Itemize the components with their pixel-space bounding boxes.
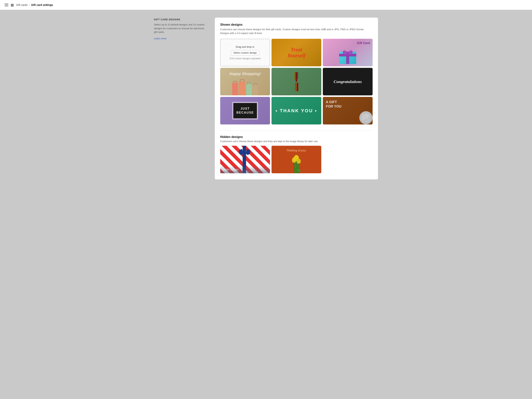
shown-designs-section: Shown designs Customers can choose these… (220, 23, 373, 124)
just-because-board: JUST BECAUSE (232, 102, 258, 120)
breadcrumb-parent-link[interactable]: Gift cards (16, 3, 28, 6)
shown-designs-description: Customers can choose these designs for t… (220, 28, 373, 35)
section-divider (220, 131, 373, 131)
just-because-text: JUST BECAUSE (236, 107, 254, 115)
main-content: Shown designs Customers can choose these… (215, 18, 378, 180)
design-card-happy-shopping[interactable]: Happy Shopping! (220, 68, 270, 95)
breadcrumb: Gift cards > Gift card settings (16, 3, 53, 6)
hidden-designs-description: Customers can't choose these designs and… (220, 140, 373, 143)
sidebar-section-title: GIFT CARD DESIGNS (154, 18, 207, 21)
design-card-congratulations[interactable]: Congratulations (323, 68, 373, 95)
breadcrumb-current: Gift card settings (31, 3, 53, 6)
thinking-of-you-text: Thinking of you. (286, 149, 306, 152)
hidden-designs-grid: Carte-cadeau Thinking of you. (220, 146, 373, 173)
select-custom-design-button[interactable]: Select custom design (231, 50, 259, 55)
design-card-gift-card[interactable]: Gift Card (323, 39, 373, 66)
drag-drop-text: Drag and drop or (236, 45, 254, 48)
sidebar: GIFT CARD DESIGNS Select up to 10 defaul… (154, 18, 207, 180)
design-card-carte-cadeau[interactable]: Carte-cadeau (220, 146, 270, 173)
treat-yourself-text: Treat Yourself (287, 47, 305, 58)
design-card-a-gift-for-you[interactable]: A GIFT FOR YOU (323, 97, 373, 124)
custom-design-count: 0/10 custom designs uploaded (230, 57, 261, 60)
design-card-thank-you[interactable]: • THANK YOU • (272, 97, 321, 124)
design-card-just-because[interactable]: JUST BECAUSE (220, 97, 270, 124)
happy-shopping-text: Happy Shopping! (220, 72, 270, 76)
shown-designs-title: Shown designs (220, 23, 373, 26)
learn-more-link[interactable]: Learn more (154, 37, 166, 40)
page-layout: GIFT CARD DESIGNS Select up to 10 defaul… (142, 10, 390, 187)
upload-card[interactable]: Drag and drop or Select custom design 0/… (220, 39, 270, 66)
gift-card-label: Gift Card (357, 41, 370, 45)
sidebar-description: Select up to 10 default designs and 10 c… (154, 23, 207, 34)
designs-grid: Drag and drop or Select custom design 0/… (220, 39, 373, 124)
design-card-presents[interactable] (272, 68, 321, 95)
topbar: ▦ Gift cards > Gift card settings (0, 0, 532, 10)
design-card-thinking-of-you[interactable]: Thinking of you. (272, 146, 321, 173)
design-card-treat-yourself[interactable]: Treat Yourself (272, 39, 321, 66)
hidden-designs-title: Hidden designs (220, 135, 373, 139)
thank-you-text: • THANK YOU • (276, 108, 317, 114)
carte-cadeau-text: Carte-cadeau (222, 168, 239, 171)
a-gift-for-you-text: A GIFT FOR YOU (326, 100, 342, 109)
gift-card-icon: ▦ (11, 3, 14, 7)
breadcrumb-separator: > (29, 4, 30, 6)
menu-icon[interactable] (5, 4, 8, 6)
hidden-designs-section: Hidden designs Customers can't choose th… (220, 135, 373, 173)
congratulations-text: Congratulations (334, 79, 362, 84)
